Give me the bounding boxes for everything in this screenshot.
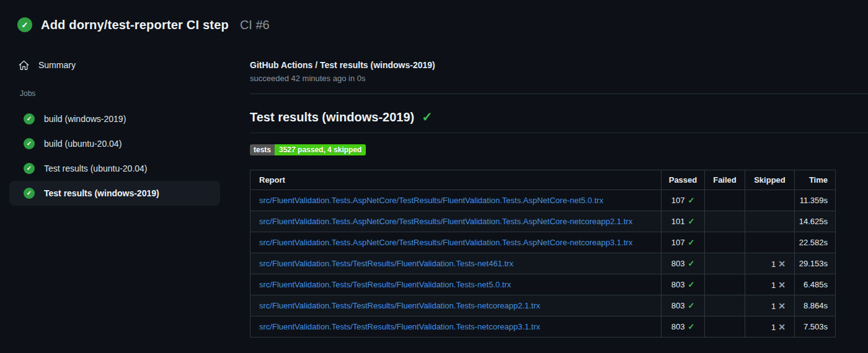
run-title: Add dorny/test-reporter CI step (41, 18, 229, 32)
failed-cell: ✕ (705, 295, 745, 316)
jobs-section-label: Jobs (20, 89, 231, 98)
divider (250, 94, 868, 94)
passed-cell: 101✓ (662, 211, 705, 232)
report-cell: src/FluentValidation.Tests/TestResults/F… (250, 316, 662, 338)
check-icon: ✓ (688, 322, 694, 331)
report-link[interactable]: src/FluentValidation.Tests/TestResults/F… (259, 280, 511, 289)
run-number: CI #6 (240, 18, 270, 32)
report-cell: src/FluentValidation.Tests/TestResults/F… (250, 295, 662, 316)
success-check-circle-icon: ✓ (17, 17, 32, 32)
check-icon: ✓ (688, 217, 694, 226)
sidebar-job-item[interactable]: ✓ build (ubuntu-20.04) (9, 131, 220, 156)
time-cell: 22.582s (795, 232, 836, 253)
skipped-cell: 1✕ (745, 274, 795, 295)
table-row: src/FluentValidation.Tests/TestResults/F… (250, 316, 836, 338)
x-icon: ✕ (778, 259, 786, 269)
failed-cell: ✕ (705, 211, 745, 232)
job-status-line: succeeded 42 minutes ago in 0s (250, 74, 868, 84)
section-heading-text: Test results (windows-2019) (250, 110, 414, 124)
tests-badge-value: 3527 passed, 4 skipped (275, 144, 366, 155)
report-cell: src/FluentValidation.Tests.AspNetCore/Te… (250, 190, 662, 211)
sidebar-job-item[interactable]: ✓ build (windows-2019) (9, 107, 220, 131)
success-check-circle-icon: ✓ (24, 113, 35, 124)
time-cell: 29.153s (795, 253, 836, 274)
passed-cell: 107✓ (662, 232, 705, 253)
table-row: src/FluentValidation.Tests.AspNetCore/Te… (250, 190, 836, 211)
column-header-failed: Failed (705, 170, 745, 190)
report-link[interactable]: src/FluentValidation.Tests.AspNetCore/Te… (259, 196, 603, 205)
passed-cell: 803✓ (662, 274, 705, 295)
table-row: src/FluentValidation.Tests.AspNetCore/Te… (250, 211, 836, 232)
table-row: src/FluentValidation.Tests/TestResults/F… (250, 295, 836, 316)
report-cell: src/FluentValidation.Tests/TestResults/F… (250, 274, 662, 295)
home-icon (19, 60, 29, 71)
job-label: Test results (ubuntu-20.04) (44, 163, 148, 173)
success-check-circle-icon: ✓ (24, 138, 35, 149)
sidebar-item-summary[interactable]: Summary (19, 54, 217, 76)
check-icon: ✓ (688, 280, 694, 289)
passed-cell: 107✓ (662, 190, 705, 211)
skipped-cell: 1✕ (745, 316, 795, 338)
report-cell: src/FluentValidation.Tests.AspNetCore/Te… (250, 232, 662, 253)
failed-cell: ✕ (705, 274, 745, 295)
job-label: Test results (windows-2019) (44, 188, 159, 198)
table-row: src/FluentValidation.Tests/TestResults/F… (250, 253, 836, 274)
skipped-cell: 1✕ (745, 295, 795, 316)
sidebar-job-item[interactable]: ✓ Test results (ubuntu-20.04) (9, 156, 220, 181)
time-cell: 8.864s (795, 295, 836, 316)
check-icon: ✓ (688, 196, 694, 205)
x-icon: ✕ (778, 301, 786, 311)
passed-cell: 803✓ (662, 316, 705, 338)
job-label: build (ubuntu-20.04) (44, 139, 122, 149)
success-check-circle-icon: ✓ (24, 188, 35, 199)
skipped-cell: ✕ (745, 190, 795, 211)
failed-cell: ✕ (705, 232, 745, 253)
time-cell: 14.625s (795, 211, 836, 232)
time-cell: 6.485s (795, 274, 836, 295)
check-icon: ✓ (688, 301, 694, 310)
sidebar: Summary Jobs ✓ build (windows-2019) ✓ bu… (0, 54, 231, 206)
x-icon: ✕ (778, 280, 786, 290)
table-row: src/FluentValidation.Tests.AspNetCore/Te… (250, 232, 836, 253)
skipped-cell: 1✕ (745, 253, 795, 274)
column-header-skipped: Skipped (745, 170, 795, 190)
report-cell: src/FluentValidation.Tests/TestResults/F… (250, 253, 662, 274)
summary-label: Summary (38, 60, 76, 70)
check-icon: ✓ (688, 238, 694, 247)
passed-cell: 803✓ (662, 295, 705, 316)
job-breadcrumb: GitHub Actions / Test results (windows-2… (250, 59, 868, 71)
report-link[interactable]: src/FluentValidation.Tests/TestResults/F… (259, 301, 540, 310)
report-link[interactable]: src/FluentValidation.Tests/TestResults/F… (259, 322, 540, 331)
report-link[interactable]: src/FluentValidation.Tests.AspNetCore/Te… (259, 238, 632, 247)
jobs-list: ✓ build (windows-2019) ✓ build (ubuntu-2… (0, 107, 231, 206)
results-table-body: src/FluentValidation.Tests.AspNetCore/Te… (250, 190, 836, 338)
time-cell: 7.503s (795, 316, 836, 338)
column-header-time: Time (795, 170, 836, 190)
table-row: src/FluentValidation.Tests/TestResults/F… (250, 274, 836, 295)
check-icon: ✓ (422, 110, 433, 124)
failed-cell: ✕ (705, 316, 745, 338)
tests-badge: tests 3527 passed, 4 skipped (250, 144, 366, 155)
section-heading: Test results (windows-2019) ✓ (250, 110, 868, 133)
job-label: build (windows-2019) (44, 114, 126, 124)
failed-cell: ✕ (705, 190, 745, 211)
skipped-cell: ✕ (745, 232, 795, 253)
report-link[interactable]: src/FluentValidation.Tests/TestResults/F… (259, 259, 513, 268)
success-check-circle-icon: ✓ (24, 163, 35, 174)
sidebar-job-item[interactable]: ✓ Test results (windows-2019) (9, 181, 220, 206)
table-header-row: Report Passed Failed Skipped Time (250, 170, 836, 190)
passed-cell: 803✓ (662, 253, 705, 274)
run-header: ✓ Add dorny/test-reporter CI step CI #6 (17, 17, 270, 32)
skipped-cell: ✕ (745, 211, 795, 232)
report-cell: src/FluentValidation.Tests.AspNetCore/Te… (250, 211, 662, 232)
main-content: GitHub Actions / Test results (windows-2… (250, 59, 868, 338)
column-header-report: Report (250, 170, 662, 190)
report-link[interactable]: src/FluentValidation.Tests.AspNetCore/Te… (259, 217, 632, 226)
failed-cell: ✕ (705, 253, 745, 274)
results-table: Report Passed Failed Skipped Time src/Fl… (250, 170, 836, 338)
tests-badge-label: tests (250, 144, 275, 155)
check-icon: ✓ (688, 259, 694, 268)
x-icon: ✕ (778, 322, 786, 332)
column-header-passed: Passed (662, 170, 705, 190)
time-cell: 11.359s (795, 190, 836, 211)
